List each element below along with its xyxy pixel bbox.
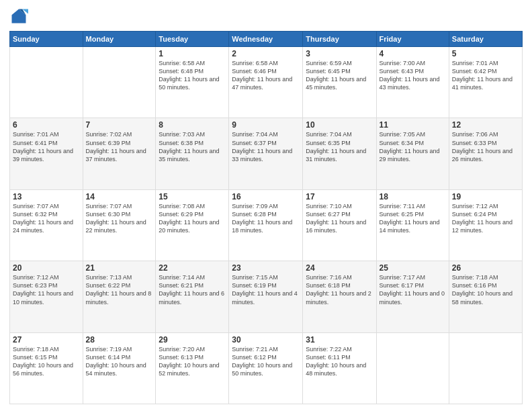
- day-number: 22: [159, 263, 226, 273]
- weekday-thursday: Thursday: [303, 32, 376, 47]
- day-info: Sunrise: 7:11 AMSunset: 6:25 PMDaylight:…: [380, 202, 446, 235]
- week-row-2: 13Sunrise: 7:07 AMSunset: 6:32 PMDayligh…: [10, 189, 523, 261]
- day-cell: 26Sunrise: 7:18 AMSunset: 6:16 PMDayligh…: [449, 261, 522, 332]
- day-number: 6: [13, 120, 80, 130]
- day-cell: 25Sunrise: 7:17 AMSunset: 6:17 PMDayligh…: [376, 261, 449, 332]
- day-info: Sunrise: 7:21 AMSunset: 6:12 PMDaylight:…: [232, 345, 300, 378]
- day-cell: 14Sunrise: 7:07 AMSunset: 6:30 PMDayligh…: [83, 189, 156, 261]
- day-info: Sunrise: 7:08 AMSunset: 6:29 PMDaylight:…: [159, 202, 226, 235]
- day-number: 24: [306, 263, 373, 273]
- day-cell: 10Sunrise: 7:04 AMSunset: 6:35 PMDayligh…: [303, 118, 376, 189]
- day-info: Sunrise: 7:00 AMSunset: 6:43 PMDaylight:…: [380, 59, 446, 92]
- day-info: Sunrise: 7:22 AMSunset: 6:11 PMDaylight:…: [306, 345, 373, 378]
- day-cell: [376, 332, 449, 404]
- weekday-friday: Friday: [376, 32, 449, 47]
- day-info: Sunrise: 7:16 AMSunset: 6:18 PMDaylight:…: [306, 273, 373, 306]
- day-cell: 11Sunrise: 7:05 AMSunset: 6:34 PMDayligh…: [376, 118, 449, 189]
- logo: [9, 7, 31, 26]
- day-number: 2: [232, 49, 300, 58]
- week-row-0: 1Sunrise: 6:58 AMSunset: 6:48 PMDaylight…: [10, 47, 523, 118]
- day-info: Sunrise: 7:06 AMSunset: 6:33 PMDaylight:…: [452, 130, 519, 163]
- day-number: 11: [380, 120, 446, 130]
- day-cell: 8Sunrise: 7:03 AMSunset: 6:38 PMDaylight…: [156, 118, 229, 189]
- day-info: Sunrise: 7:04 AMSunset: 6:37 PMDaylight:…: [232, 130, 300, 163]
- day-number: 21: [86, 263, 153, 273]
- day-cell: 31Sunrise: 7:22 AMSunset: 6:11 PMDayligh…: [303, 332, 376, 404]
- day-cell: 12Sunrise: 7:06 AMSunset: 6:33 PMDayligh…: [449, 118, 522, 189]
- logo-icon: [9, 7, 28, 26]
- day-number: 7: [86, 120, 153, 130]
- day-number: 26: [452, 263, 519, 273]
- header: [9, 7, 523, 26]
- day-info: Sunrise: 7:12 AMSunset: 6:24 PMDaylight:…: [452, 202, 519, 235]
- day-number: 23: [232, 263, 300, 273]
- day-number: 5: [452, 49, 519, 58]
- day-info: Sunrise: 7:19 AMSunset: 6:14 PMDaylight:…: [86, 345, 153, 378]
- day-info: Sunrise: 7:05 AMSunset: 6:34 PMDaylight:…: [380, 130, 446, 163]
- day-info: Sunrise: 7:04 AMSunset: 6:35 PMDaylight:…: [306, 130, 373, 163]
- day-cell: 2Sunrise: 6:58 AMSunset: 6:46 PMDaylight…: [229, 47, 303, 118]
- day-info: Sunrise: 7:03 AMSunset: 6:38 PMDaylight:…: [159, 130, 226, 163]
- weekday-header-row: SundayMondayTuesdayWednesdayThursdayFrid…: [10, 32, 523, 47]
- day-info: Sunrise: 7:17 AMSunset: 6:17 PMDaylight:…: [380, 273, 446, 306]
- day-number: 12: [452, 120, 519, 130]
- day-cell: 7Sunrise: 7:02 AMSunset: 6:39 PMDaylight…: [83, 118, 156, 189]
- weekday-monday: Monday: [83, 32, 156, 47]
- calendar-table: SundayMondayTuesdayWednesdayThursdayFrid…: [9, 31, 523, 404]
- day-cell: 21Sunrise: 7:13 AMSunset: 6:22 PMDayligh…: [83, 261, 156, 332]
- weekday-tuesday: Tuesday: [156, 32, 229, 47]
- day-cell: 24Sunrise: 7:16 AMSunset: 6:18 PMDayligh…: [303, 261, 376, 332]
- day-number: 3: [306, 49, 373, 58]
- day-cell: 19Sunrise: 7:12 AMSunset: 6:24 PMDayligh…: [449, 189, 522, 261]
- day-number: 4: [380, 49, 446, 58]
- day-cell: 30Sunrise: 7:21 AMSunset: 6:12 PMDayligh…: [229, 332, 303, 404]
- day-info: Sunrise: 7:09 AMSunset: 6:28 PMDaylight:…: [232, 202, 300, 235]
- day-cell: 13Sunrise: 7:07 AMSunset: 6:32 PMDayligh…: [10, 189, 83, 261]
- day-number: 29: [159, 335, 226, 345]
- day-number: 17: [306, 192, 373, 201]
- day-cell: 3Sunrise: 6:59 AMSunset: 6:45 PMDaylight…: [303, 47, 376, 118]
- day-cell: 22Sunrise: 7:14 AMSunset: 6:21 PMDayligh…: [156, 261, 229, 332]
- day-info: Sunrise: 7:07 AMSunset: 6:32 PMDaylight:…: [13, 202, 80, 235]
- day-number: 27: [13, 335, 80, 345]
- day-info: Sunrise: 7:20 AMSunset: 6:13 PMDaylight:…: [159, 345, 226, 378]
- day-info: Sunrise: 7:10 AMSunset: 6:27 PMDaylight:…: [306, 202, 373, 235]
- day-cell: 27Sunrise: 7:18 AMSunset: 6:15 PMDayligh…: [10, 332, 83, 404]
- day-cell: 1Sunrise: 6:58 AMSunset: 6:48 PMDaylight…: [156, 47, 229, 118]
- day-cell: 29Sunrise: 7:20 AMSunset: 6:13 PMDayligh…: [156, 332, 229, 404]
- day-cell: 6Sunrise: 7:01 AMSunset: 6:41 PMDaylight…: [10, 118, 83, 189]
- day-info: Sunrise: 6:58 AMSunset: 6:48 PMDaylight:…: [159, 59, 226, 92]
- day-info: Sunrise: 7:18 AMSunset: 6:16 PMDaylight:…: [452, 273, 519, 306]
- weekday-wednesday: Wednesday: [229, 32, 303, 47]
- day-cell: 28Sunrise: 7:19 AMSunset: 6:14 PMDayligh…: [83, 332, 156, 404]
- day-cell: 17Sunrise: 7:10 AMSunset: 6:27 PMDayligh…: [303, 189, 376, 261]
- week-row-4: 27Sunrise: 7:18 AMSunset: 6:15 PMDayligh…: [10, 332, 523, 404]
- day-number: 25: [380, 263, 446, 273]
- day-cell: 18Sunrise: 7:11 AMSunset: 6:25 PMDayligh…: [376, 189, 449, 261]
- day-number: 28: [86, 335, 153, 345]
- day-cell: 15Sunrise: 7:08 AMSunset: 6:29 PMDayligh…: [156, 189, 229, 261]
- day-info: Sunrise: 6:59 AMSunset: 6:45 PMDaylight:…: [306, 59, 373, 92]
- day-number: 16: [232, 192, 300, 201]
- day-number: 9: [232, 120, 300, 130]
- calendar-page: SundayMondayTuesdayWednesdayThursdayFrid…: [0, 0, 532, 411]
- day-cell: 20Sunrise: 7:12 AMSunset: 6:23 PMDayligh…: [10, 261, 83, 332]
- day-info: Sunrise: 7:13 AMSunset: 6:22 PMDaylight:…: [86, 273, 153, 306]
- day-info: Sunrise: 7:01 AMSunset: 6:41 PMDaylight:…: [13, 130, 80, 163]
- day-cell: 9Sunrise: 7:04 AMSunset: 6:37 PMDaylight…: [229, 118, 303, 189]
- day-info: Sunrise: 7:12 AMSunset: 6:23 PMDaylight:…: [13, 273, 80, 306]
- day-cell: [10, 47, 83, 118]
- day-cell: 4Sunrise: 7:00 AMSunset: 6:43 PMDaylight…: [376, 47, 449, 118]
- day-cell: [83, 47, 156, 118]
- day-number: 10: [306, 120, 373, 130]
- week-row-1: 6Sunrise: 7:01 AMSunset: 6:41 PMDaylight…: [10, 118, 523, 189]
- day-info: Sunrise: 6:58 AMSunset: 6:46 PMDaylight:…: [232, 59, 300, 92]
- week-row-3: 20Sunrise: 7:12 AMSunset: 6:23 PMDayligh…: [10, 261, 523, 332]
- day-info: Sunrise: 7:14 AMSunset: 6:21 PMDaylight:…: [159, 273, 226, 306]
- day-info: Sunrise: 7:01 AMSunset: 6:42 PMDaylight:…: [452, 59, 519, 92]
- day-number: 30: [232, 335, 300, 345]
- weekday-saturday: Saturday: [449, 32, 522, 47]
- weekday-sunday: Sunday: [10, 32, 83, 47]
- day-number: 19: [452, 192, 519, 201]
- day-number: 18: [380, 192, 446, 201]
